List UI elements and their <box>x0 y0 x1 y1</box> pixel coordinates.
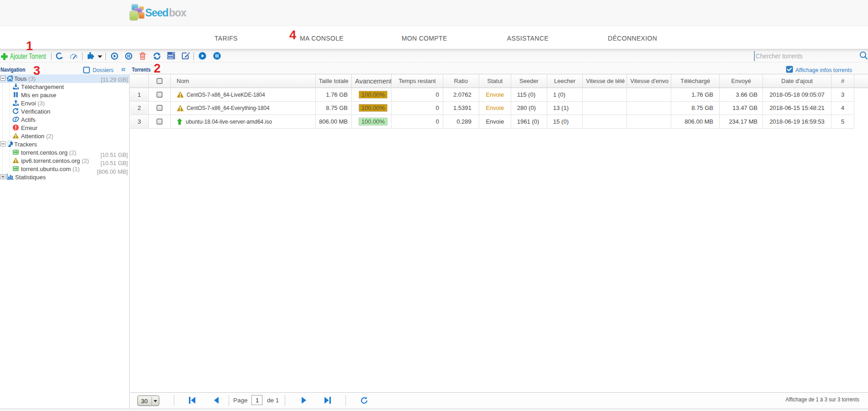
svg-text:box: box <box>169 7 187 19</box>
svg-text:Seed: Seed <box>145 7 168 19</box>
